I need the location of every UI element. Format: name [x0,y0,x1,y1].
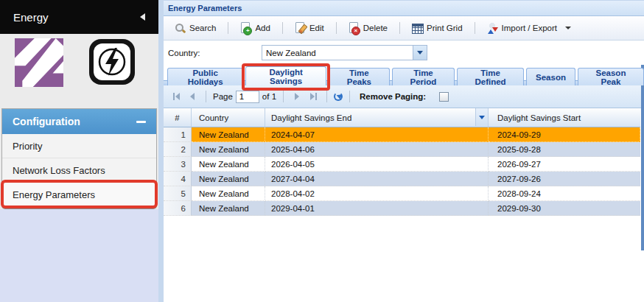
energy-logo [15,38,63,87]
daylight-savings-end-cell: 2026-04-05 [265,157,489,172]
tab[interactable]: Season Peak [578,68,644,85]
tab[interactable]: Time Peaks [329,68,390,85]
panel-right-border [641,65,644,250]
column-menu-button[interactable] [475,108,488,126]
combobox-trigger-button[interactable] [413,46,427,60]
remove-paging-checkbox[interactable] [439,92,449,102]
tab-label: Season [536,73,566,82]
tab[interactable]: Season [526,68,575,85]
logo-area [0,34,158,87]
country-cell: New Zealand [192,201,265,216]
delete-icon [348,22,360,34]
panel-title-bar: Energy Parameters [164,0,644,16]
separator [349,91,350,102]
data-grid: # Country Daylight Savings End Daylight … [164,108,640,216]
configuration-panel: Configuration Priority Network Loss Fact… [1,108,157,209]
row-number-cell: 4 [164,172,192,186]
daylight-savings-start-cell: 2024-09-29 [489,127,640,142]
tab[interactable]: Time Defined [457,68,524,85]
toolbar-button[interactable]: Search [168,20,222,36]
toolbar-button-label: Search [189,24,216,32]
table-row[interactable]: 4 New Zealand 2027-04-04 2027-09-26 [164,172,640,186]
sidebar-header: Energy [0,0,158,34]
configuration-panel-title: Configuration [13,116,136,127]
country-cell: New Zealand [192,127,265,142]
column-header-country[interactable]: Country [192,108,265,127]
add-icon [239,22,251,34]
toolbar: Search Add Edit Delete Print Grid [164,16,644,41]
row-number-cell: 2 [164,142,192,157]
table-row[interactable]: 6 New Zealand 2029-04-01 2029-09-30 [164,201,640,216]
sidebar-lower-area [0,209,158,302]
main-panel: Energy Parameters Search Add Edit [164,0,644,302]
country-cell: New Zealand [192,142,265,157]
toolbar-button-label: Delete [363,24,388,32]
table-row[interactable]: 2 New Zealand 2025-04-06 2025-09-28 [164,142,640,157]
first-page-button[interactable] [169,90,183,103]
separator [283,91,284,102]
import-export-icon [486,22,498,34]
column-header-number[interactable]: # [164,108,192,127]
sidebar-menu: Priority Network Loss Factors Energy Par… [2,134,156,207]
separator [326,91,327,102]
daylight-savings-start-cell: 2028-09-24 [489,186,640,201]
sidebar-collapse-icon[interactable] [140,13,145,21]
tab-label: Daylight Savings [269,68,302,85]
grid-body: 1 New Zealand 2024-04-07 2024-09-29 2 Ne… [164,127,640,216]
daylight-savings-end-cell: 2025-04-06 [265,142,489,157]
tab[interactable]: Time Period [392,68,455,85]
column-header-daylight-savings-start[interactable]: Daylight Savings Start [489,108,640,127]
table-row[interactable]: 3 New Zealand 2026-04-05 2026-09-27 [164,157,640,172]
page-number-input[interactable] [236,91,259,103]
country-filter-row: Country: New Zealand [164,41,644,65]
sidebar-title: Energy [13,11,140,24]
page-label: Page [213,92,233,101]
daylight-savings-start-cell: 2025-09-28 [489,142,640,157]
tab-label: Time Period [410,69,437,86]
tab[interactable]: Daylight Savings [245,66,326,85]
lightning-bolt-logo [88,38,136,85]
configuration-panel-header[interactable]: Configuration [2,109,156,134]
country-combobox-value: New Zealand [262,49,413,57]
row-number-cell: 6 [164,201,192,216]
toolbar-button-label: Print Grid [427,24,463,32]
column-header-daylight-savings-end[interactable]: Daylight Savings End [265,108,489,127]
tab-label: Time Peaks [347,69,371,86]
page-of-label: of 1 [262,92,276,101]
toolbar-button[interactable]: Add [222,20,276,36]
daylight-savings-start-cell: 2029-09-30 [489,201,640,216]
daylight-savings-end-cell: 2028-04-02 [265,186,489,201]
sidebar-splitter[interactable] [158,0,164,302]
toolbar-button[interactable]: Print Grid [393,20,469,36]
next-page-button[interactable] [290,90,304,103]
sidebar-menu-item-label: Priority [13,141,42,152]
refresh-icon[interactable] [334,92,343,101]
toolbar-button[interactable]: Delete [330,20,393,36]
tab-label: Public Holidays [188,69,223,86]
dropdown-caret-icon [565,27,571,32]
country-cell: New Zealand [192,157,265,172]
chevron-down-icon [417,51,423,57]
sidebar-menu-item[interactable]: Energy Parameters [2,183,156,207]
table-row[interactable]: 1 New Zealand 2024-04-07 2024-09-29 [164,127,640,142]
tab[interactable]: Public Holidays [167,68,243,85]
collapse-panel-icon[interactable] [136,121,146,123]
previous-page-button[interactable] [186,90,199,103]
table-row[interactable]: 5 New Zealand 2028-04-02 2028-09-24 [164,186,640,201]
sidebar-menu-item[interactable]: Priority [2,134,156,158]
application-window: Energy Configuration [0,0,644,302]
print-grid-icon [411,22,423,34]
sidebar-menu-item-label: Energy Parameters [13,189,95,200]
edit-icon [294,22,306,34]
country-combobox[interactable]: New Zealand [262,45,427,60]
daylight-savings-start-cell: 2027-09-26 [489,172,640,186]
sidebar-menu-item[interactable]: Network Loss Factors [2,158,156,183]
tab-label: Season Peak [596,69,626,86]
toolbar-button[interactable]: Edit [276,20,330,36]
toolbar-button-label: Import / Export [502,24,557,32]
separator [206,91,206,102]
tab-strip: Public Holidays Daylight Savings Time Pe… [164,65,644,85]
daylight-savings-start-cell: 2026-09-27 [489,157,640,172]
last-page-button[interactable] [307,90,320,103]
toolbar-button[interactable]: Import / Export [469,20,577,36]
